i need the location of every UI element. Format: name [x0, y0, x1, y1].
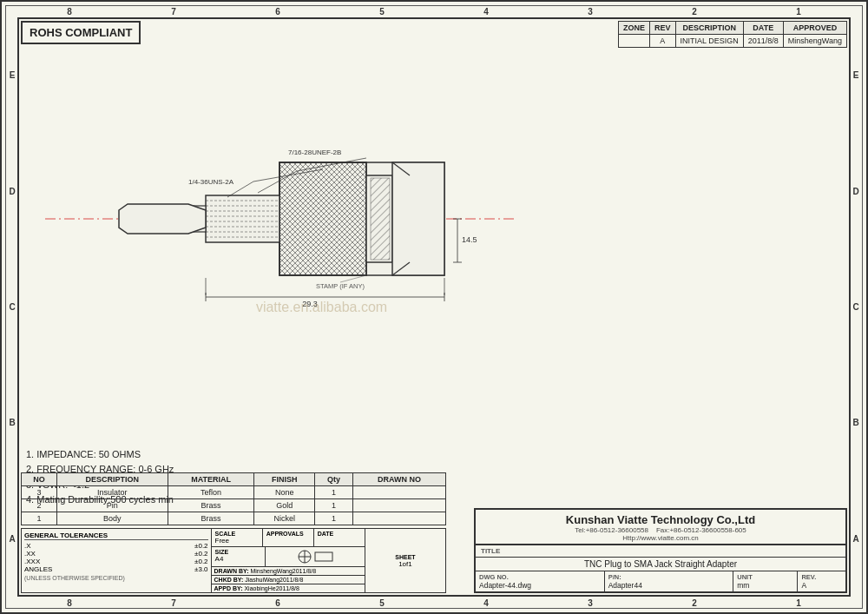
tol-x-value: ±0.2: [194, 542, 208, 550]
revision-table: ZONE REV DESCRIPTION DATE APPROVED A INI…: [618, 21, 847, 48]
title-label: TITLE: [481, 547, 500, 555]
tol-note: (UNLESS OTHERWISE SPECIFIED): [24, 575, 208, 581]
rev-date: 2011/8/8: [743, 35, 783, 48]
chkd-row: CHKD BY: JiashuiWang2011/8/8: [212, 576, 365, 584]
tol-xx-value: ±0.2: [194, 550, 208, 558]
bom-row-1: 1 Body Brass Nickel 1: [22, 512, 446, 525]
drawing-sheet: 8 7 6 5 4 3 2 1 8 7 6 5 4 3 2 1 E D C B …: [0, 0, 868, 614]
markers-top: 8 7 6 5 4 3 2 1: [17, 7, 851, 17]
marker-ra: A: [852, 481, 858, 597]
marker-le: E: [10, 17, 16, 133]
marker-lc: C: [9, 249, 15, 365]
tol-x-row: .X ±0.2: [24, 542, 208, 550]
svg-rect-13: [206, 195, 279, 242]
bom-mat-1: Brass: [168, 512, 254, 525]
drawn-row: DRAWN BY: MinshengWang2011/8/8: [212, 567, 365, 576]
bom-no-1: 1: [22, 512, 57, 525]
tol-angles-value: ±3.0: [194, 565, 208, 573]
note-1: 1. IMPEDANCE: 50 OHMS: [26, 447, 443, 463]
svg-line-40: [340, 275, 366, 282]
marker-t5: 5: [330, 7, 434, 17]
bom-finish-2: Gold: [254, 499, 315, 512]
appd-value: XiaobingHe2011/8/8: [244, 585, 299, 591]
tolerances-block: GENERAL TOLERANCES .X ±0.2 .XX ±0.2 .XXX…: [22, 529, 212, 592]
bom-desc-3: Insulator: [56, 486, 168, 499]
approvals-cell: APPROVALS: [263, 529, 314, 546]
bom-drawn-3: [352, 486, 445, 499]
title-value-row: TNC Plug to SMA Jack Straight Adapter: [476, 557, 845, 571]
bom-finish-1: Nickel: [254, 512, 315, 525]
company-header: Kunshan Viatte Technology Co.,Ltd Tel:+8…: [476, 510, 845, 545]
company-fax: Fax:+86-0512-36600558-605: [656, 526, 746, 534]
date-cell: DATE: [314, 529, 365, 546]
bom-finish-3: None: [254, 486, 315, 499]
target-symbol: [297, 549, 312, 564]
pn-value: Adapter44: [608, 581, 642, 590]
rohs-label: ROHS COMPLIANT: [30, 26, 132, 39]
company-tel: Tel:+86-0512-36600558: [575, 526, 648, 534]
svg-text:1/4-36UNS-2A: 1/4-36UNS-2A: [188, 178, 234, 186]
bom-table: NO DESCRIPTION MATERIAL FINISH Qty DRAWN…: [21, 472, 446, 525]
rev-header-approved: APPROVED: [783, 22, 846, 35]
svg-rect-9: [371, 178, 390, 260]
svg-rect-10: [392, 162, 444, 275]
marker-t4: 4: [434, 7, 538, 17]
unit-value: mm: [737, 581, 749, 590]
marker-re: E: [853, 17, 859, 133]
rev-header-date: DATE: [743, 22, 783, 35]
size-cell: SIZE A4: [212, 547, 266, 566]
chkd-label: CHKD BY:: [214, 577, 244, 583]
rev-header-rev: REV: [650, 22, 676, 35]
size-value: A4: [215, 555, 261, 563]
title-block: Kunshan Viatte Technology Co.,Ltd Tel:+8…: [474, 508, 847, 593]
appd-label: APPD BY:: [214, 585, 243, 591]
marker-b4: 4: [434, 598, 538, 608]
tol-title: GENERAL TOLERANCES: [24, 531, 208, 540]
tol-x-label: .X: [24, 542, 31, 550]
tol-angles-row: ANGLES ±3.0: [24, 565, 208, 573]
tol-xxx-row: .XXX ±0.2: [24, 558, 208, 565]
scale-cell: SCALE Free: [212, 529, 263, 546]
scale-size-row: SCALE Free APPROVALS DATE: [212, 529, 365, 547]
rev-approved: MinshengWang: [783, 35, 846, 48]
tol-angles-label: ANGLES: [24, 565, 52, 573]
marker-b7: 7: [122, 598, 226, 608]
dwg-no-cell: DWG NO. Adapter-44.dwg: [476, 571, 605, 591]
marker-t2: 2: [642, 7, 746, 17]
marker-b5: 5: [330, 598, 434, 608]
company-name: Kunshan Viatte Technology Co.,Ltd: [477, 513, 844, 526]
marker-la: A: [9, 481, 15, 597]
bom-header-finish: FINISH: [254, 473, 315, 486]
rev-header-zone: ZONE: [619, 22, 650, 35]
markers-bottom: 8 7 6 5 4 3 2 1: [17, 598, 851, 608]
marker-b3: 3: [538, 598, 642, 608]
rev-rev: A: [650, 35, 676, 48]
marker-b2: 2: [642, 598, 746, 608]
bom-header-desc: DESCRIPTION: [56, 473, 168, 486]
markers-right: E D C B A: [850, 17, 862, 597]
sheet-value: 1of1: [398, 560, 412, 568]
marker-t6: 6: [226, 7, 330, 17]
bom-mat-2: Brass: [168, 499, 254, 512]
sheet-label: SHEET: [395, 554, 415, 560]
marker-lb: B: [9, 365, 15, 480]
dwg-label: DWG NO.: [479, 573, 601, 581]
marker-rb: B: [852, 365, 858, 480]
size-row: SIZE A4: [212, 547, 365, 567]
size-label: SIZE: [215, 549, 261, 555]
title-value: TNC Plug to SMA Jack Straight Adapter: [584, 559, 737, 569]
marker-b8: 8: [17, 598, 122, 608]
scale-block: SCALE Free APPROVALS DATE SIZE A4: [212, 529, 365, 592]
pn-cell: P/N: Adapter44: [605, 571, 734, 591]
svg-rect-7: [279, 162, 366, 275]
pn-label: P/N:: [608, 573, 730, 581]
unit-label: UNIT: [737, 573, 793, 581]
bom-header-no: NO: [22, 473, 57, 486]
target-cell: [266, 547, 365, 566]
bom-no-2: 2: [22, 499, 57, 512]
rev-cell: REV. A: [798, 571, 845, 591]
marker-t7: 7: [122, 7, 226, 17]
rev-row-1: A INITIAL DESIGN 2011/8/8 MinshengWang: [619, 35, 847, 48]
scale-label: SCALE: [215, 531, 259, 537]
rohs-box: ROHS COMPLIANT: [21, 21, 141, 44]
